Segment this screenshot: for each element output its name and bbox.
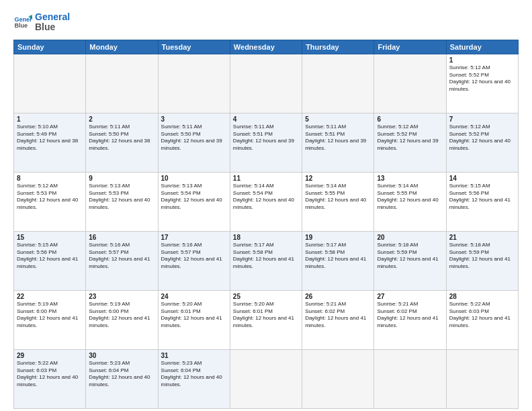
calendar-week-row: 15Sunrise: 5:15 AMSunset: 5:56 PMDayligh…: [14, 231, 519, 290]
cell-details: Sunrise: 5:18 AMSunset: 5:59 PMDaylight:…: [449, 242, 515, 271]
cell-details: Sunrise: 5:22 AMSunset: 6:03 PMDaylight:…: [449, 301, 515, 330]
day-number: 3: [161, 116, 227, 123]
calendar-cell: [230, 54, 302, 113]
calendar-cell: 10Sunrise: 5:13 AMSunset: 5:54 PMDayligh…: [158, 172, 230, 231]
calendar-cell: [86, 54, 158, 113]
cell-details: Sunrise: 5:12 AMSunset: 5:52 PMDaylight:…: [449, 124, 515, 152]
day-number: 12: [305, 175, 371, 182]
cell-details: Sunrise: 5:18 AMSunset: 5:59 PMDaylight:…: [377, 242, 443, 271]
day-number: 29: [17, 352, 83, 359]
svg-text:Blue: Blue: [14, 23, 28, 30]
cell-details: Sunrise: 5:14 AMSunset: 5:55 PMDaylight:…: [377, 183, 443, 212]
calendar-cell: 26Sunrise: 5:21 AMSunset: 6:02 PMDayligh…: [302, 290, 374, 349]
day-number: 4: [233, 116, 299, 123]
cell-details: Sunrise: 5:20 AMSunset: 6:01 PMDaylight:…: [161, 301, 227, 330]
day-number: 21: [449, 234, 515, 241]
calendar-cell: 27Sunrise: 5:21 AMSunset: 6:02 PMDayligh…: [374, 290, 446, 349]
day-number: 26: [305, 293, 371, 300]
cell-details: Sunrise: 5:11 AMSunset: 5:51 PMDaylight:…: [305, 124, 371, 152]
day-number: 25: [233, 293, 299, 300]
calendar-cell: [374, 54, 446, 113]
calendar-cell: [302, 54, 374, 113]
day-number: 1: [17, 116, 83, 123]
day-number: 20: [377, 234, 443, 241]
day-number: 22: [17, 293, 83, 300]
calendar-cell: 23Sunrise: 5:19 AMSunset: 6:00 PMDayligh…: [86, 290, 158, 349]
day-number: 10: [161, 175, 227, 182]
calendar-cell: 7Sunrise: 5:12 AMSunset: 5:52 PMDaylight…: [446, 113, 518, 172]
cell-details: Sunrise: 5:15 AMSunset: 5:56 PMDaylight:…: [449, 183, 515, 212]
calendar-cell: 31Sunrise: 5:23 AMSunset: 6:04 PMDayligh…: [158, 349, 230, 408]
calendar-cell: [302, 349, 374, 408]
cell-details: Sunrise: 5:19 AMSunset: 6:00 PMDaylight:…: [17, 301, 83, 330]
calendar-day-header: Monday: [86, 40, 158, 54]
day-number: 27: [377, 293, 443, 300]
day-number: 16: [89, 234, 154, 241]
page: General Blue General Blue SundayMondayTu…: [0, 0, 532, 411]
calendar-week-row: 22Sunrise: 5:19 AMSunset: 6:00 PMDayligh…: [14, 290, 519, 349]
calendar-day-header: Tuesday: [158, 40, 230, 54]
calendar-cell: 3Sunrise: 5:11 AMSunset: 5:50 PMDaylight…: [158, 113, 230, 172]
calendar-table: SundayMondayTuesdayWednesdayThursdayFrid…: [13, 40, 519, 409]
calendar-day-header: Wednesday: [230, 40, 302, 54]
logo-icon: General Blue: [13, 13, 32, 32]
cell-details: Sunrise: 5:14 AMSunset: 5:55 PMDaylight:…: [305, 183, 371, 212]
cell-details: Sunrise: 5:10 AMSunset: 5:49 PMDaylight:…: [17, 124, 83, 152]
day-number: 6: [377, 116, 443, 123]
calendar-cell: 19Sunrise: 5:17 AMSunset: 5:58 PMDayligh…: [302, 231, 374, 290]
cell-details: Sunrise: 5:15 AMSunset: 5:56 PMDaylight:…: [17, 242, 83, 271]
day-number: 5: [305, 116, 371, 123]
calendar-cell: 1Sunrise: 5:12 AMSunset: 5:52 PMDaylight…: [446, 54, 518, 113]
calendar-cell: [446, 349, 518, 408]
logo-blue: Blue: [35, 22, 70, 32]
calendar-cell: 9Sunrise: 5:13 AMSunset: 5:53 PMDaylight…: [86, 172, 158, 231]
day-number: 23: [89, 293, 154, 300]
calendar-cell: 2Sunrise: 5:11 AMSunset: 5:50 PMDaylight…: [86, 113, 158, 172]
day-number: 19: [305, 234, 371, 241]
calendar-cell: 4Sunrise: 5:11 AMSunset: 5:51 PMDaylight…: [230, 113, 302, 172]
calendar-cell: 25Sunrise: 5:20 AMSunset: 6:01 PMDayligh…: [230, 290, 302, 349]
cell-details: Sunrise: 5:22 AMSunset: 6:03 PMDaylight:…: [17, 360, 83, 389]
cell-details: Sunrise: 5:21 AMSunset: 6:02 PMDaylight:…: [305, 301, 371, 330]
day-number: 9: [89, 175, 154, 182]
calendar-cell: 16Sunrise: 5:16 AMSunset: 5:57 PMDayligh…: [86, 231, 158, 290]
calendar-cell: 6Sunrise: 5:12 AMSunset: 5:52 PMDaylight…: [374, 113, 446, 172]
cell-details: Sunrise: 5:16 AMSunset: 5:57 PMDaylight:…: [89, 242, 154, 271]
calendar-cell: 1Sunrise: 5:10 AMSunset: 5:49 PMDaylight…: [14, 113, 86, 172]
logo-general: General: [35, 12, 70, 22]
calendar-day-header: Thursday: [302, 40, 374, 54]
calendar-cell: 18Sunrise: 5:17 AMSunset: 5:58 PMDayligh…: [230, 231, 302, 290]
calendar-cell: 12Sunrise: 5:14 AMSunset: 5:55 PMDayligh…: [302, 172, 374, 231]
calendar-cell: [158, 54, 230, 113]
calendar-cell: 15Sunrise: 5:15 AMSunset: 5:56 PMDayligh…: [14, 231, 86, 290]
logo: General Blue General Blue: [13, 12, 70, 33]
day-number: 24: [161, 293, 227, 300]
calendar-cell: 22Sunrise: 5:19 AMSunset: 6:00 PMDayligh…: [14, 290, 86, 349]
cell-details: Sunrise: 5:12 AMSunset: 5:52 PMDaylight:…: [377, 124, 443, 152]
calendar-cell: 14Sunrise: 5:15 AMSunset: 5:56 PMDayligh…: [446, 172, 518, 231]
cell-details: Sunrise: 5:13 AMSunset: 5:54 PMDaylight:…: [161, 183, 227, 212]
day-number: 31: [161, 352, 227, 359]
cell-details: Sunrise: 5:17 AMSunset: 5:58 PMDaylight:…: [305, 242, 371, 271]
calendar-cell: 20Sunrise: 5:18 AMSunset: 5:59 PMDayligh…: [374, 231, 446, 290]
cell-details: Sunrise: 5:23 AMSunset: 6:04 PMDaylight:…: [89, 360, 154, 389]
calendar-cell: 17Sunrise: 5:16 AMSunset: 5:57 PMDayligh…: [158, 231, 230, 290]
calendar-day-header: Friday: [374, 40, 446, 54]
day-number: 1: [449, 56, 515, 64]
cell-details: Sunrise: 5:12 AMSunset: 5:53 PMDaylight:…: [17, 183, 83, 212]
calendar-week-row: 1Sunrise: 5:12 AMSunset: 5:52 PMDaylight…: [14, 54, 519, 113]
calendar-week-row: 1Sunrise: 5:10 AMSunset: 5:49 PMDaylight…: [14, 113, 519, 172]
day-number: 8: [17, 175, 83, 182]
cell-details: Sunrise: 5:19 AMSunset: 6:00 PMDaylight:…: [89, 301, 154, 330]
cell-details: Sunrise: 5:16 AMSunset: 5:57 PMDaylight:…: [161, 242, 227, 271]
calendar-week-row: 29Sunrise: 5:22 AMSunset: 6:03 PMDayligh…: [14, 349, 519, 408]
calendar-header-row: SundayMondayTuesdayWednesdayThursdayFrid…: [14, 40, 519, 54]
calendar-cell: 21Sunrise: 5:18 AMSunset: 5:59 PMDayligh…: [446, 231, 518, 290]
calendar-cell: [374, 349, 446, 408]
cell-details: Sunrise: 5:17 AMSunset: 5:58 PMDaylight:…: [233, 242, 299, 271]
calendar-cell: 29Sunrise: 5:22 AMSunset: 6:03 PMDayligh…: [14, 349, 86, 408]
calendar-cell: [14, 54, 86, 113]
day-number: 18: [233, 234, 299, 241]
cell-details: Sunrise: 5:14 AMSunset: 5:54 PMDaylight:…: [233, 183, 299, 212]
day-number: 15: [17, 234, 83, 241]
